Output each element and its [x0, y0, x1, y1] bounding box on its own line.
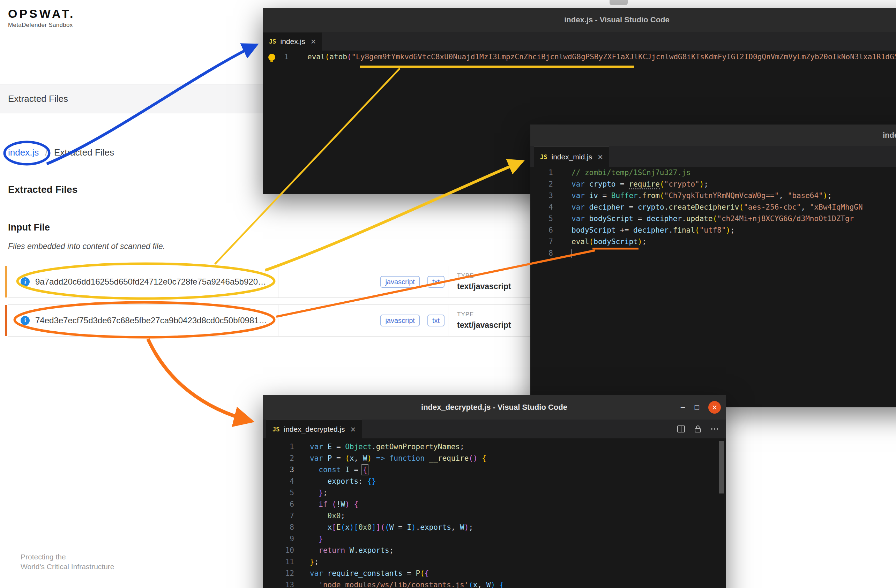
- severity-bar: [5, 305, 7, 336]
- footer-tagline-1: Protecting the: [21, 553, 66, 561]
- window-title: index.js - Visual Studio Code: [564, 15, 670, 24]
- tab-indexdecryptedjs[interactable]: JS index_decrypted.js ×: [266, 419, 362, 438]
- type-label: TYPE: [457, 272, 474, 280]
- editor-actions: [677, 419, 719, 438]
- extracted-file-row-1[interactable]: i 9a7add20c6dd16255d650fd24712e0c728fe75…: [8, 266, 537, 298]
- window-title: index_mid.js - Visual Studio Code: [883, 131, 896, 140]
- code-editor[interactable]: 1var E = Object.getOwnPropertyNames;2var…: [263, 438, 726, 588]
- tab-bar: JS index.js ×: [263, 32, 896, 50]
- javascript-file-icon: JS: [269, 38, 276, 45]
- scrollbar-thumb[interactable]: [719, 441, 724, 494]
- javascript-file-icon: JS: [540, 153, 547, 160]
- lock-icon[interactable]: [693, 425, 702, 433]
- maximize-button[interactable]: □: [695, 404, 699, 411]
- vscode-window-indexdecryptedjs: index_decrypted.js - Visual Studio Code …: [263, 395, 726, 588]
- extracted-files-heading: Extracted Files: [8, 184, 78, 195]
- breadcrumb-separator: /: [45, 147, 48, 158]
- type-value: text/javascript: [457, 282, 511, 291]
- vscode-window-indexmidjs: index_mid.js - Visual Studio Code JS ind…: [530, 125, 896, 407]
- close-tab-icon[interactable]: ×: [598, 152, 603, 162]
- file-hash[interactable]: 9a7add20c6dd16255d650fd24712e0c728fe75a9…: [35, 277, 266, 287]
- tag-javascript[interactable]: javascript: [380, 315, 419, 327]
- code-area[interactable]: 1var E = Object.getOwnPropertyNames;2var…: [263, 441, 726, 588]
- minimize-button[interactable]: −: [680, 403, 686, 412]
- tag-txt[interactable]: txt: [427, 276, 445, 288]
- type-value: text/javascript: [457, 321, 511, 330]
- severity-bar: [5, 266, 7, 298]
- info-icon[interactable]: i: [21, 316, 30, 325]
- split-editor-icon[interactable]: [677, 425, 685, 433]
- code-editor[interactable]: 1// zombi/temp/1SCnj7u327.js2var crypto …: [530, 167, 896, 407]
- tab-label: index_mid.js: [551, 153, 592, 161]
- lightbulb-icon[interactable]: [268, 54, 275, 61]
- code-area[interactable]: 1eval(atob("Ly8gem9tYmkvdGVtcC8xU0Nuajd1…: [263, 51, 896, 63]
- extracted-file-row-2[interactable]: i 74ed3e7ecf75d3de67c68e5fbe27ca9b0423d8…: [8, 304, 537, 337]
- close-tab-icon[interactable]: ×: [350, 424, 356, 435]
- breadcrumb-link-indexjs[interactable]: index.js: [8, 147, 39, 158]
- tab-label: index.js: [280, 37, 305, 46]
- section-header-label: Extracted Files: [8, 93, 68, 104]
- tag-javascript[interactable]: javascript: [380, 276, 419, 288]
- tab-label: index_decrypted.js: [283, 425, 345, 433]
- tab-indexjs[interactable]: JS index.js ×: [263, 32, 322, 50]
- logo-title: OPSWAT.: [8, 7, 75, 21]
- close-tab-icon[interactable]: ×: [311, 36, 316, 47]
- page-scrollbar-fragment[interactable]: [610, 0, 628, 5]
- tag-txt[interactable]: txt: [427, 315, 445, 327]
- window-title: index_decrypted.js - Visual Studio Code: [421, 403, 567, 412]
- file-tags-cell: javascript txt: [279, 305, 448, 336]
- window-titlebar[interactable]: index.js - Visual Studio Code: [263, 8, 896, 32]
- tab-bar: JS index_decrypted.js ×: [263, 419, 726, 438]
- tab-indexmidjs[interactable]: JS index_mid.js ×: [534, 146, 609, 167]
- footer-divider: [21, 547, 260, 547]
- window-titlebar[interactable]: index_decrypted.js - Visual Studio Code …: [263, 395, 726, 419]
- more-actions-icon[interactable]: [710, 425, 719, 433]
- javascript-file-icon: JS: [273, 426, 279, 433]
- editor-scrollbar[interactable]: [719, 441, 724, 588]
- tab-bar: JS index_mid.js ×: [530, 146, 896, 167]
- footer-tagline-2: World's Critical Infrastructure: [21, 562, 114, 571]
- opswat-logo: OPSWAT. MetaDefender Sandbox: [8, 7, 75, 29]
- file-type-cell: TYPE text/javascript: [448, 305, 537, 336]
- info-icon[interactable]: i: [21, 277, 30, 286]
- input-file-description: Files embedded into content of scanned f…: [8, 242, 165, 251]
- breadcrumb: index.js / Extracted Files: [8, 147, 114, 158]
- logo-subtitle: MetaDefender Sandbox: [8, 21, 75, 29]
- input-file-heading: Input File: [8, 222, 50, 233]
- file-hash-cell: i 74ed3e7ecf75d3de67c68e5fbe27ca9b0423d8…: [8, 305, 279, 336]
- file-hash[interactable]: 74ed3e7ecf75d3de67c68e5fbe27ca9b0423d8cd…: [35, 316, 267, 325]
- close-button[interactable]: ×: [708, 401, 721, 413]
- file-type-cell: TYPE text/javascript: [448, 266, 537, 298]
- window-controls: − □ ×: [680, 395, 721, 419]
- file-hash-cell: i 9a7add20c6dd16255d650fd24712e0c728fe75…: [8, 266, 279, 298]
- window-titlebar[interactable]: index_mid.js - Visual Studio Code: [530, 125, 896, 146]
- file-tags-cell: javascript txt: [279, 266, 448, 298]
- code-area[interactable]: 1// zombi/temp/1SCnj7u327.js2var crypto …: [530, 167, 896, 259]
- breadcrumb-current: Extracted Files: [54, 147, 114, 158]
- type-label: TYPE: [457, 311, 474, 318]
